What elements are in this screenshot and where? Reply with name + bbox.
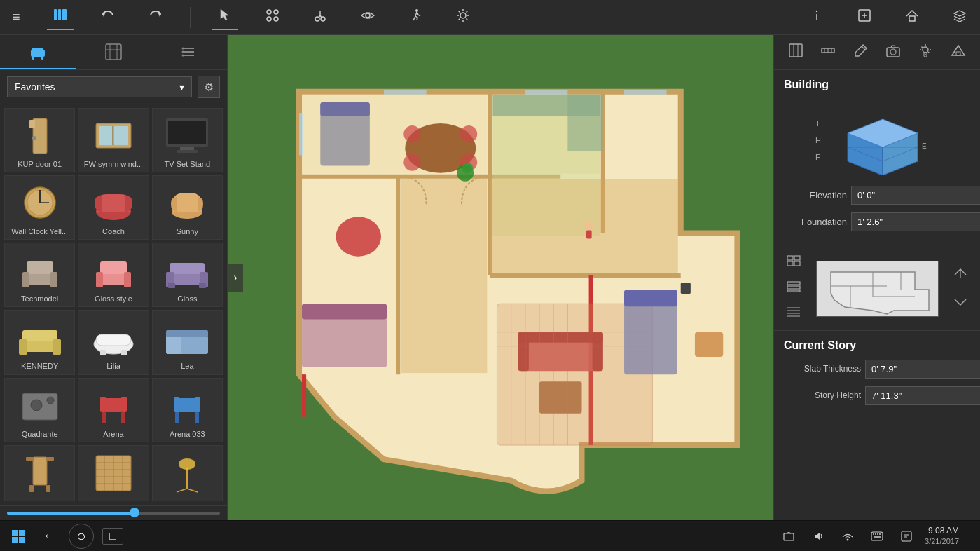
- item-label: Coach: [81, 227, 145, 236]
- story-height-input[interactable]: [865, 386, 980, 405]
- floor-plan-canvas[interactable]: ›: [228, 35, 773, 520]
- design-tab[interactable]: [76, 35, 151, 69]
- walk-icon[interactable]: [402, 5, 429, 29]
- elevation-input[interactable]: [851, 186, 980, 205]
- svg-rect-104: [46, 485, 50, 492]
- svg-rect-194: [787, 282, 800, 285]
- eye-icon[interactable]: [354, 5, 381, 29]
- svg-rect-71: [170, 263, 205, 274]
- list-item[interactable]: Gloss: [152, 243, 223, 307]
- favorites-dropdown[interactable]: Favorites ▾: [7, 76, 192, 97]
- measure-tool-icon[interactable]: [817, 40, 838, 64]
- item-preview: [89, 247, 138, 293]
- expand-panel-arrow[interactable]: ›: [228, 264, 243, 292]
- library-icon[interactable]: [47, 4, 74, 30]
- keyboard-icon[interactable]: [866, 525, 888, 547]
- list-item[interactable]: Gloss style: [78, 243, 149, 307]
- cursor-icon[interactable]: [212, 4, 238, 30]
- lighting-tool-icon[interactable]: [915, 40, 936, 64]
- home-circle-button[interactable]: ○: [69, 524, 94, 549]
- foundation-input[interactable]: [851, 212, 980, 231]
- back-button[interactable]: ←: [38, 525, 60, 547]
- list-tab[interactable]: [151, 35, 227, 69]
- multitask-button[interactable]: □: [102, 528, 123, 545]
- list-item[interactable]: Lea: [152, 310, 223, 374]
- list-view-icon[interactable]: [784, 278, 803, 299]
- sun-icon[interactable]: [450, 5, 476, 29]
- remove-story-icon[interactable]: [951, 292, 970, 315]
- svg-point-131: [460, 125, 477, 142]
- list-item[interactable]: Coach: [78, 175, 149, 240]
- volume-icon[interactable]: [807, 525, 829, 547]
- scissors-icon[interactable]: [307, 5, 333, 29]
- layers-icon[interactable]: [946, 5, 973, 29]
- list-item[interactable]: Arena: [78, 378, 149, 442]
- export-icon[interactable]: [851, 5, 878, 29]
- list-item[interactable]: KUP door 01: [4, 108, 75, 172]
- svg-rect-212: [784, 533, 794, 540]
- svg-rect-81: [96, 334, 131, 346]
- undo-icon[interactable]: [95, 5, 121, 29]
- story-height-row: Story Height − +: [784, 386, 970, 405]
- grid-view-icon[interactable]: [784, 304, 803, 325]
- rooms-view-icon[interactable]: [784, 252, 803, 273]
- list-item[interactable]: FW symm wind...: [78, 108, 149, 172]
- redo-icon[interactable]: [142, 5, 169, 29]
- svg-line-23: [466, 11, 467, 13]
- list-item[interactable]: [4, 445, 75, 501]
- list-item[interactable]: Lilia: [78, 310, 149, 374]
- svg-rect-99: [195, 397, 200, 412]
- list-item[interactable]: [78, 445, 149, 501]
- camera-tool-icon[interactable]: [883, 40, 904, 64]
- notification-icon[interactable]: [778, 525, 800, 547]
- show-desktop-button[interactable]: [969, 525, 973, 547]
- svg-rect-69: [124, 272, 131, 287]
- list-item[interactable]: Quadrante: [4, 378, 75, 442]
- svg-rect-0: [54, 9, 57, 20]
- list-item[interactable]: Techmodel: [4, 243, 75, 307]
- home2-icon[interactable]: [899, 5, 925, 29]
- item-preview: [15, 450, 64, 496]
- menu-icon[interactable]: ≡: [7, 7, 26, 27]
- svg-rect-152: [681, 283, 691, 294]
- foundation-label: Foundation: [784, 217, 847, 227]
- item-label: KENNEDY: [8, 362, 71, 370]
- list-item[interactable]: KENNEDY: [4, 310, 75, 374]
- svg-rect-34: [41, 57, 43, 60]
- walls-tool-icon[interactable]: [785, 40, 806, 64]
- building-section: Building T H F: [774, 70, 980, 247]
- add-story-icon[interactable]: [951, 262, 970, 285]
- item-label: Sunny: [156, 227, 219, 236]
- list-item[interactable]: TV Set Stand: [152, 108, 223, 172]
- svg-rect-220: [902, 531, 911, 541]
- item-label: TV Set Stand: [156, 160, 219, 168]
- building-tool-icon[interactable]: [948, 40, 969, 64]
- list-item[interactable]: Sunny: [152, 175, 223, 240]
- item-preview: [89, 180, 138, 226]
- edit-tool-icon[interactable]: [850, 40, 871, 64]
- svg-rect-214: [871, 532, 883, 540]
- network-icon[interactable]: [836, 525, 859, 547]
- floor-plan-thumbnail[interactable]: [816, 261, 939, 317]
- settings-button[interactable]: ⚙: [198, 76, 220, 98]
- list-item[interactable]: [152, 445, 223, 501]
- slab-thickness-row: Slab Thickness − +: [784, 359, 970, 379]
- svg-rect-91: [102, 412, 106, 423]
- group-icon[interactable]: [259, 5, 286, 29]
- furniture-tab[interactable]: [0, 35, 76, 69]
- windows-start-button[interactable]: [7, 525, 29, 547]
- svg-rect-74: [168, 283, 175, 288]
- info2-icon[interactable]: [803, 5, 830, 29]
- list-item[interactable]: Wall Clock Yell...: [4, 175, 75, 240]
- building-preview: T H F: [784, 98, 970, 175]
- item-label: FW symm wind...: [81, 160, 145, 168]
- slab-thickness-input[interactable]: [865, 360, 980, 379]
- size-slider-thumb[interactable]: [130, 508, 139, 517]
- list-item[interactable]: Arena 033: [152, 378, 223, 442]
- action-center-icon[interactable]: [895, 525, 918, 547]
- svg-rect-92: [121, 412, 125, 423]
- svg-rect-67: [100, 261, 127, 274]
- svg-rect-100: [33, 457, 47, 485]
- svg-point-132: [403, 154, 420, 170]
- svg-point-47: [32, 136, 36, 140]
